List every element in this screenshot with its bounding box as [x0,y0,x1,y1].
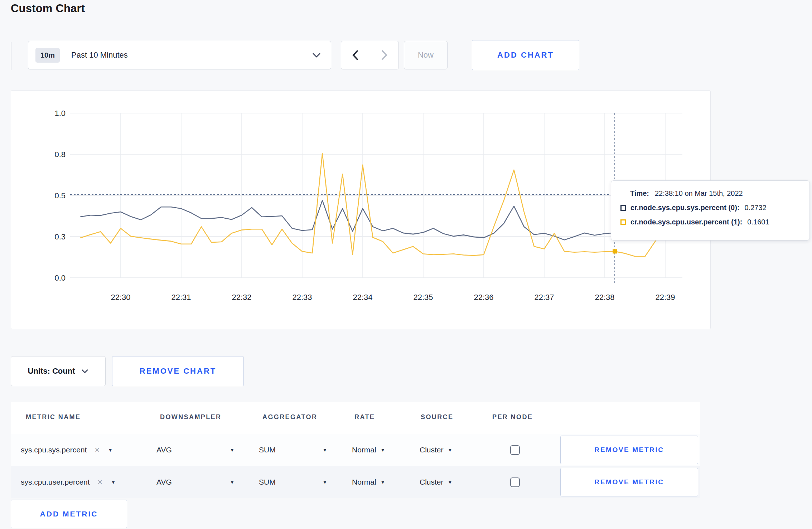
column-header: METRIC NAME [26,413,81,421]
chevron-down-icon: ▼ [381,480,385,485]
chevron-down-icon: ▼ [108,447,113,453]
per-node-cell [510,466,520,498]
remove-metric-button[interactable]: REMOVE METRIC [560,436,698,464]
chevron-down-icon: ▼ [230,480,235,485]
aggregator-select[interactable]: SUM▼ [259,466,276,498]
tooltip-series-value: 0.1601 [747,218,769,226]
x-axis-tick-label: 22:31 [171,293,191,302]
chevron-down-icon: ▼ [111,480,116,485]
x-axis-tick-label: 22:38 [595,293,614,302]
toolbar-divider [11,42,11,70]
metric-name-label: sys.cpu.sys.percent [21,446,87,454]
column-header: AGGREGATOR [262,413,317,421]
chevron-down-icon: ▼ [323,447,327,453]
x-axis-tick-label: 22:34 [353,293,372,302]
series-swatch-icon [620,205,626,211]
y-axis-tick-label: 0.3 [54,232,66,241]
remove-chart-button[interactable]: REMOVE CHART [112,356,244,386]
aggregator-value: SUM [259,446,276,454]
chevron-down-icon [81,369,88,374]
time-range-badge: 10m [35,48,60,63]
source-select[interactable]: Cluster▼ [420,434,452,466]
rate-value: Normal [352,478,376,486]
time-back-button[interactable] [341,41,370,69]
tooltip-time-label: Time: [630,189,649,198]
units-select[interactable]: Units: Count [11,356,106,386]
downsampler-select[interactable]: AVG▼ [156,466,172,498]
column-header: SOURCE [421,413,453,421]
tooltip-series-value: 0.2732 [745,204,767,212]
metric-row: sys.cpu.user.percent×▼AVG▼SUM▼Normal▼Clu… [11,466,700,498]
chart-panel: 0.00.30.50.81.022:3022:3122:3222:3322:34… [11,90,711,329]
column-header: PER NODE [492,413,533,421]
series-swatch-icon [620,219,626,225]
aggregator-value: SUM [259,478,276,486]
x-axis-tick-label: 22:30 [111,293,130,302]
chevron-down-icon: ▼ [323,480,327,485]
y-axis-tick-label: 0.0 [54,273,66,282]
downsampler-value: AVG [156,478,172,486]
x-axis-tick-label: 22:36 [474,293,493,302]
metric-name-select[interactable]: sys.cpu.sys.percent×▼ [21,434,113,466]
chevron-down-icon [312,53,321,58]
line-chart[interactable]: 0.00.30.50.81.022:3022:3122:3222:3322:34… [11,91,711,330]
metrics-table-header: METRIC NAMEDOWNSAMPLERAGGREGATORRATESOUR… [11,402,700,434]
downsampler-select[interactable]: AVG▼ [156,434,172,466]
x-axis-tick-label: 22:35 [413,293,433,302]
tooltip-series-name: cr.node.sys.cpu.sys.percent (0): [630,204,740,212]
y-axis-tick-label: 1.0 [54,109,66,118]
tooltip-time-value: 22:38:10 on Mar 15th, 2022 [655,189,743,198]
metric-name-select[interactable]: sys.cpu.user.percent×▼ [21,466,116,498]
chevron-left-icon [352,50,359,60]
remove-metric-button[interactable]: REMOVE METRIC [560,468,698,496]
time-forward-button[interactable] [369,41,399,69]
source-select[interactable]: Cluster▼ [420,466,452,498]
per-node-cell [510,434,520,466]
metric-row: sys.cpu.sys.percent×▼AVG▼SUM▼Normal▼Clus… [11,434,700,466]
source-value: Cluster [420,446,444,454]
column-header: RATE [354,413,375,421]
aggregator-select[interactable]: SUM▼ [259,434,276,466]
clear-metric-icon[interactable]: × [98,477,102,487]
tooltip-series-row: cr.node.sys.cpu.sys.percent (0):0.2732 [620,204,800,212]
page-title: Custom Chart [11,2,85,15]
rate-select[interactable]: Normal▼ [352,434,385,466]
units-label: Units: Count [28,367,75,376]
column-header: DOWNSAMPLER [160,413,221,421]
hover-point-marker [613,249,617,253]
tooltip-series-row: cr.node.sys.cpu.user.percent (1):0.1601 [620,218,800,226]
clear-metric-icon[interactable]: × [95,445,99,455]
x-axis-tick-label: 22:32 [232,293,251,302]
source-value: Cluster [420,478,444,486]
metric-name-label: sys.cpu.user.percent [21,478,90,486]
downsampler-value: AVG [156,446,172,454]
time-range-select[interactable]: 10m Past 10 Minutes [28,41,331,69]
chevron-down-icon: ▼ [230,447,235,453]
x-axis-tick-label: 22:37 [534,293,554,302]
tooltip-series-name: cr.node.sys.cpu.user.percent (1): [630,218,742,226]
x-axis-tick-label: 22:39 [655,293,675,302]
add-chart-button[interactable]: ADD CHART [472,40,579,70]
x-axis-tick-label: 22:33 [292,293,312,302]
per-node-checkbox[interactable] [510,445,520,455]
chart-tooltip: Time: 22:38:10 on Mar 15th, 2022 cr.node… [611,180,810,241]
per-node-checkbox[interactable] [510,477,520,487]
chevron-right-icon [381,50,387,60]
chevron-down-icon: ▼ [448,447,453,453]
rate-value: Normal [352,446,376,454]
chevron-down-icon: ▼ [381,447,385,453]
rate-select[interactable]: Normal▼ [352,466,385,498]
y-axis-tick-label: 0.8 [54,150,66,159]
y-axis-tick-label: 0.5 [54,191,66,200]
now-button[interactable]: Now [404,41,448,69]
time-range-label: Past 10 Minutes [71,50,128,60]
chevron-down-icon: ▼ [448,480,453,485]
add-metric-button[interactable]: ADD METRIC [11,500,127,528]
